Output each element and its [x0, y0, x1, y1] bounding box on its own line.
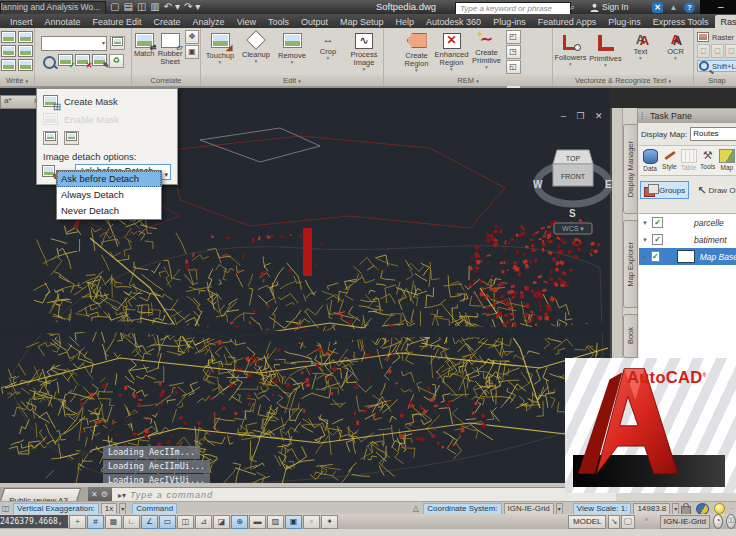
vertical-exaggeration-value[interactable]: 1x: [101, 503, 117, 515]
lineweight-toggle[interactable]: ▬: [249, 515, 266, 529]
rem-tool-icon[interactable]: ◳: [506, 45, 521, 59]
groups-button[interactable]: Groups: [640, 181, 689, 199]
snap-option-icon[interactable]: ◻: [725, 44, 736, 58]
zoom-image-icon[interactable]: [43, 56, 56, 69]
polar-tracking-toggle[interactable]: ∠: [141, 515, 158, 529]
taskpane-tool-map[interactable]: Map: [718, 149, 736, 172]
layer-row-parcelle[interactable]: ▼✓parcelle: [639, 214, 736, 231]
search-icon[interactable]: ⌕: [570, 2, 582, 13]
cleanup-button[interactable]: Cleanup▾: [240, 30, 272, 64]
layer-rename-input[interactable]: [677, 250, 695, 263]
model-space-button[interactable]: MODEL: [568, 515, 606, 529]
layer-checkbox[interactable]: ✓: [652, 234, 663, 245]
ribbon-tab-express-tools[interactable]: Express Tools: [647, 15, 715, 28]
create-region-button[interactable]: Create Region▾: [401, 30, 433, 73]
snap-mode-toggle[interactable]: #: [87, 515, 104, 529]
exchange-apps-icon[interactable]: ✕: [652, 2, 663, 13]
drawing-window-controls[interactable]: – ❐ ✕: [561, 111, 607, 121]
create-mask-button[interactable]: ◲ Create Mask: [37, 92, 177, 110]
match-button[interactable]: ⇄ Match: [133, 30, 155, 58]
coordinate-system-value[interactable]: IGN-IE-Grid: [504, 503, 554, 515]
ribbon-tab-plug-ins[interactable]: Plug-ins: [487, 15, 532, 28]
ribbon-tab-insert[interactable]: Insert: [4, 15, 39, 28]
grid-display-toggle[interactable]: ▦: [105, 515, 122, 529]
ortho-mode-toggle[interactable]: ∟: [123, 515, 140, 529]
wrench-icon[interactable]: ⚙: [101, 490, 108, 499]
taskpane-title[interactable]: Task Pane: [638, 109, 736, 123]
search-input[interactable]: Type a keyword or phrase: [455, 2, 571, 15]
write-tool-icon[interactable]: [1, 45, 16, 57]
write-tool-icon[interactable]: [1, 31, 16, 43]
display-lock-icon[interactable]: 🖵: [621, 515, 635, 529]
ocr-button[interactable]: AOCR▾: [660, 30, 692, 61]
layer-row-batiment[interactable]: ▼✓batiment: [639, 231, 736, 248]
detach-option[interactable]: Ask before Detach: [57, 171, 161, 187]
layer-checkbox[interactable]: ✓: [652, 217, 663, 228]
compass-south[interactable]: S: [569, 208, 576, 219]
ribbon-tab-tools[interactable]: Tools: [262, 15, 295, 28]
ribbon-tab-output[interactable]: Output: [295, 15, 334, 28]
communication-center-icon[interactable]: ▲: [668, 2, 679, 13]
panel-label-vectorize[interactable]: Vectorize & Recognize Text ▾: [553, 75, 693, 86]
expand-icon[interactable]: ▼: [642, 237, 649, 243]
compass-west[interactable]: W: [533, 179, 543, 190]
help-icon[interactable]: ?: [684, 2, 695, 13]
panel-label-correlate[interactable]: Correlate: [132, 75, 200, 86]
object-snap-toggle[interactable]: ▭: [159, 515, 176, 529]
side-tab-display-manager[interactable]: Display Manager: [623, 124, 638, 214]
panel-label-write[interactable]: Write ▾: [0, 75, 34, 86]
touchup-button[interactable]: ◢Touchup▾: [204, 30, 236, 65]
taskpane-tool-tools[interactable]: ⚒Tools: [699, 149, 717, 172]
sign-in-button[interactable]: Sign In: [590, 1, 628, 13]
view-scale-value[interactable]: 14983.8: [633, 503, 670, 515]
lock-status-icon[interactable]: ⚿: [726, 514, 736, 529]
write-tool-icon[interactable]: [18, 59, 33, 71]
display-map-select[interactable]: Routes: [690, 127, 736, 141]
transparency-toggle[interactable]: ▨: [267, 515, 284, 529]
rubber-sheet-button[interactable]: ▱ Rubber Sheet: [157, 30, 183, 66]
write-tool-icon[interactable]: [18, 45, 33, 57]
map-globe-icon[interactable]: [696, 503, 709, 515]
image-refresh-icon[interactable]: ♻: [109, 54, 124, 68]
quick-properties-toggle[interactable]: ▣: [285, 515, 302, 529]
image-hide-icon[interactable]: ✕: [75, 54, 90, 66]
create-primitive-button[interactable]: ∼✦Create Primitive▾: [471, 30, 503, 73]
raster-snap-button[interactable]: Raster Snap: [697, 32, 736, 42]
expand-icon[interactable]: ▼: [642, 220, 649, 226]
process-image-button[interactable]: ∿Process Image▾: [348, 30, 380, 72]
exaggeration-icon[interactable]: ◫: [0, 504, 11, 514]
infer-constraints-toggle[interactable]: +: [69, 515, 86, 529]
ribbon-tab-create[interactable]: Create: [148, 15, 187, 28]
layout-tab[interactable]: Public review A3: [0, 488, 81, 501]
ribbon-tab-raster-tools[interactable]: Raster Tools: [715, 15, 736, 28]
rem-tool-icon[interactable]: ◱: [506, 60, 521, 74]
draw-order-button[interactable]: ↖ Draw Order: [697, 184, 736, 196]
panel-label-edit[interactable]: Edit ▾: [201, 75, 383, 86]
text-button[interactable]: AAText▾: [625, 30, 657, 61]
workspace-switch-icon[interactable]: ↘: [608, 515, 619, 529]
ribbon-tab-feature-edit[interactable]: Feature Edit: [87, 15, 148, 28]
close-icon[interactable]: ✕: [91, 490, 98, 499]
viewcube-top-face[interactable]: TOP: [566, 155, 581, 162]
taskpane-tool-data[interactable]: Data: [641, 149, 659, 172]
dynamic-ucs-toggle[interactable]: ◪: [213, 515, 230, 529]
ribbon-tab-plug-ins[interactable]: Plug-ins: [602, 15, 647, 28]
detach-option[interactable]: Never Detach: [57, 203, 161, 219]
expand-icon[interactable]: ►: [642, 254, 648, 260]
ribbon-tab-map-setup[interactable]: Map Setup: [334, 15, 390, 28]
detach-option[interactable]: Always Detach: [57, 187, 161, 203]
command-status-label[interactable]: Command: [132, 503, 177, 515]
ribbon-tab-featured-apps[interactable]: Featured Apps: [532, 15, 603, 28]
view-scale-label[interactable]: View Scale: 1:: [573, 503, 632, 515]
enhanced-region-button[interactable]: ✕Enhanced Region▾: [436, 30, 468, 73]
ribbon-tab-view[interactable]: View: [231, 15, 262, 28]
correlate-tool-icon[interactable]: ▣: [185, 45, 199, 59]
ribbon-tab-annotate[interactable]: Annotate: [39, 15, 87, 28]
3d-object-snap-toggle[interactable]: ◫: [177, 515, 194, 529]
view-cube[interactable]: W E S TOP FRONT WCS ▾: [531, 136, 615, 236]
write-tool-icon[interactable]: [18, 31, 33, 43]
ribbon-tab-autodesk-360[interactable]: Autodesk 360: [420, 15, 487, 28]
vertical-exaggeration-label[interactable]: Vertical Exaggeration:: [13, 503, 99, 515]
write-tool-icon[interactable]: [1, 59, 16, 71]
image-select-combobox[interactable]: ▾: [41, 36, 107, 51]
